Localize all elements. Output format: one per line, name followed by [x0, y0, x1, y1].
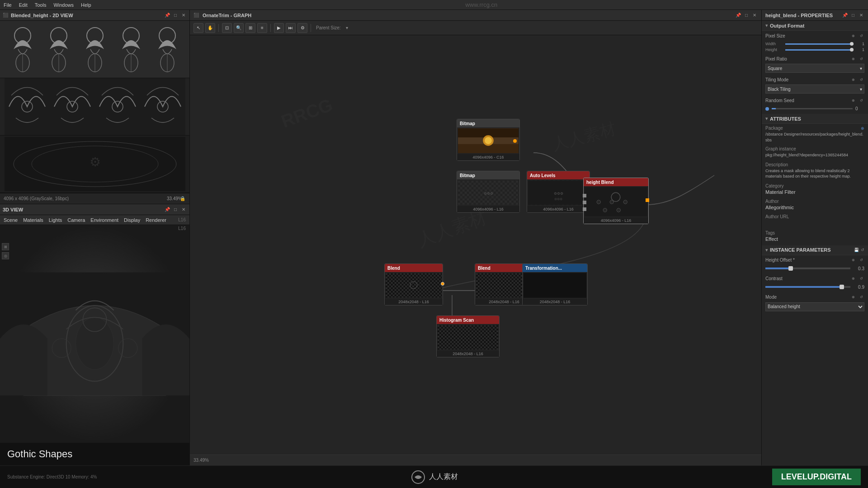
node-bitmap2-body: ⚙⚙⚙: [457, 179, 519, 206]
nav-lights[interactable]: Lights: [49, 217, 62, 223]
contrast-reset-icon[interactable]: ↺: [858, 276, 864, 282]
nav-materials[interactable]: Materials: [23, 217, 43, 223]
pixel-size-link-icon[interactable]: ⊕: [850, 33, 856, 39]
view-2d-close[interactable]: ✕: [180, 12, 187, 19]
nav-camera[interactable]: Camera: [67, 217, 85, 223]
toolbar-hand[interactable]: ✋: [205, 23, 215, 33]
tool-2[interactable]: ◎: [2, 252, 9, 259]
height-slider[interactable]: [785, 49, 854, 51]
nav-environment[interactable]: Environment: [90, 217, 118, 223]
toolbar-grid[interactable]: ⊞: [245, 23, 255, 33]
node-histogramscan[interactable]: Histogram Scan 2048x204: [436, 315, 500, 357]
view-3d-viewport[interactable]: L16 ⊞ ◎: [0, 225, 189, 443]
pixel-ratio-reset-icon[interactable]: ↺: [858, 56, 864, 62]
random-seed-slider[interactable]: [772, 108, 853, 109]
view-3d-close[interactable]: ✕: [180, 206, 187, 213]
menu-windows[interactable]: Windows: [53, 2, 74, 8]
node-blend1-output[interactable]: [441, 282, 444, 286]
height-offset-reset-icon[interactable]: ↺: [858, 257, 864, 263]
node-bitmap1-output-dot[interactable]: [513, 139, 517, 143]
node-bitmap1[interactable]: Bitmap 4096x40: [457, 119, 520, 161]
tiling-mode-link-icon[interactable]: ⊕: [850, 76, 856, 83]
contrast-slider[interactable]: [765, 286, 850, 288]
graph-close[interactable]: ✕: [751, 12, 758, 19]
instance-params-save-icon[interactable]: 💾: [854, 248, 859, 252]
view-2d-content: ⚙: [0, 21, 189, 193]
height-offset-slider[interactable]: [765, 267, 850, 269]
node-autolevels-size: 4096x4096 - L16: [527, 206, 590, 212]
nav-renderer[interactable]: Renderer: [146, 217, 166, 223]
view-2d-status: 4096 x 4096 (GrayScale, 16bpc) 33.49% 🔒: [0, 193, 189, 204]
node-bitmap2[interactable]: Bitmap ⚙⚙⚙: [457, 171, 520, 213]
width-value: 1: [855, 42, 864, 46]
toolbar-select[interactable]: ↖: [193, 23, 203, 33]
view-3d-controls: 📌 □ ✕: [164, 206, 187, 213]
category-label: Category: [765, 183, 784, 188]
graph-area: ⬛ OrnateTrim - GRAPH 📌 □ ✕ ↖ ✋ ⊡ 🔍 ⊞ ≡ ▶…: [190, 10, 761, 465]
menu-file[interactable]: File: [4, 2, 12, 8]
toolbar-zoom-in[interactable]: 🔍: [234, 23, 244, 33]
instance-params-header[interactable]: ▾ INSTANCE PARAMETERS 💾 ↺: [762, 245, 868, 255]
width-slider-thumb[interactable]: [850, 42, 854, 46]
view-3d-label: L16: [178, 217, 186, 222]
properties-close[interactable]: ✕: [858, 12, 864, 19]
graph-pin[interactable]: 📌: [735, 12, 741, 19]
output-format-header[interactable]: ▾ Output Format: [762, 21, 868, 31]
contrast-link-icon[interactable]: ⊕: [850, 276, 856, 282]
node-blend1[interactable]: Blend 20: [384, 263, 443, 305]
view-2d-lock[interactable]: 🔒: [179, 196, 186, 202]
node-transformation[interactable]: Transformation... 2048x2048 - L16: [522, 263, 588, 305]
contrast-thumb[interactable]: [840, 285, 844, 289]
view-2d-pin[interactable]: 📌: [164, 12, 170, 19]
top-watermark: www.rrcg.cn: [99, 1, 864, 8]
tiling-mode-dropdown[interactable]: Black Tiling ▾: [765, 84, 864, 94]
attributes-header[interactable]: ▾ ATTRIBUTES: [762, 114, 868, 124]
nav-display[interactable]: Display: [124, 217, 140, 223]
node-autolevels[interactable]: Auto Levels ⚙⚙⚙ ⚙⚙⚙ 4096x4096 - L16: [527, 171, 590, 213]
package-link-icon[interactable]: ⊕: [861, 126, 864, 131]
menu-help[interactable]: Help: [81, 2, 91, 8]
pixel-ratio-dropdown[interactable]: Square ▾: [765, 64, 864, 73]
width-slider[interactable]: [785, 43, 854, 45]
instance-params-reset-icon[interactable]: ↺: [861, 248, 864, 252]
node-heightblend-input2[interactable]: [583, 201, 586, 204]
tool-1[interactable]: ⊞: [2, 243, 9, 250]
toolbar-step[interactable]: ⏭: [286, 23, 296, 33]
height-offset-thumb[interactable]: [788, 266, 793, 271]
view-3d-bg: [0, 225, 189, 443]
view-2d-maximize[interactable]: □: [172, 12, 179, 19]
properties-pin[interactable]: 📌: [842, 12, 848, 19]
graph-maximize[interactable]: □: [743, 12, 750, 19]
pixel-size-reset-icon[interactable]: ↺: [858, 33, 864, 39]
menu-tools[interactable]: Tools: [35, 2, 47, 8]
properties-maximize[interactable]: □: [850, 12, 856, 19]
random-seed-link-icon[interactable]: ⊕: [850, 97, 856, 103]
height-slider-thumb[interactable]: [850, 48, 854, 52]
tiling-mode-reset-icon[interactable]: ↺: [858, 76, 864, 83]
node-heightblend[interactable]: height Blend ⚙ ⚙ ⚙ ⚙: [583, 178, 649, 224]
view-3d-pin[interactable]: 📌: [164, 206, 170, 213]
toolbar-zoom-fit[interactable]: ⊡: [222, 23, 232, 33]
properties-header-icons: 📌 □ ✕: [842, 12, 864, 19]
toolbar-play[interactable]: ▶: [274, 23, 284, 33]
node-heightblend-input3[interactable]: [583, 207, 586, 211]
nav-scene[interactable]: Scene: [4, 217, 18, 223]
view-3d-maximize[interactable]: □: [172, 206, 179, 213]
height-offset-link-icon[interactable]: ⊕: [850, 257, 856, 263]
contrast-value: 0.9: [853, 285, 864, 290]
pixel-ratio-link-icon[interactable]: ⊕: [850, 56, 856, 62]
menu-edit[interactable]: Edit: [19, 2, 28, 8]
mode-link-icon[interactable]: ⊕: [850, 294, 856, 300]
mode-reset-icon[interactable]: ↺: [858, 294, 864, 300]
node-heightblend-header: height Blend: [584, 178, 648, 186]
bottom-center: 人人素材: [97, 470, 772, 484]
graph-canvas[interactable]: Bitmap 4096x40: [190, 35, 761, 455]
toolbar-align[interactable]: ≡: [257, 23, 267, 33]
node-heightblend-input1[interactable]: [583, 194, 586, 197]
node-heightblend-output[interactable]: [646, 198, 649, 202]
levelup-button[interactable]: LEVELUP.DIGITAL: [772, 469, 861, 485]
random-seed-reset-icon[interactable]: ↺: [858, 97, 864, 103]
toolbar-settings[interactable]: ⚙: [297, 23, 307, 33]
mode-dropdown[interactable]: Balanced height Top height Bottom height: [765, 302, 864, 311]
node-bitmap2-size: 4096x4096 - L16: [457, 206, 519, 212]
